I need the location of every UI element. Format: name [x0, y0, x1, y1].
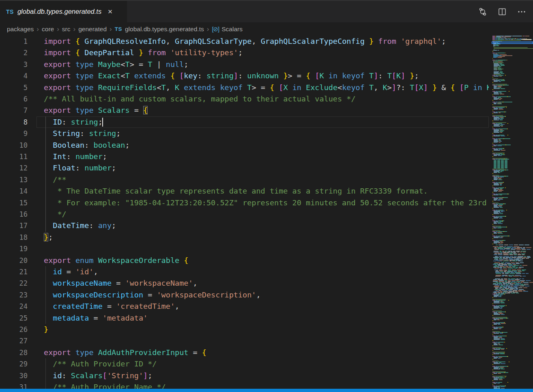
typescript-file-icon: TS: [115, 26, 122, 32]
code-line[interactable]: 15 * For example: "1985-04-12T23:20:50.5…: [0, 197, 489, 209]
code-line[interactable]: 21 id = 'id',: [0, 266, 489, 278]
editor[interactable]: 1import { GraphQLResolveInfo, GraphQLSca…: [0, 36, 533, 392]
split-editor-icon[interactable]: [497, 7, 507, 17]
code-line[interactable]: 29 /** Auth Provider ID */: [0, 358, 489, 370]
close-tab-icon[interactable]: ✕: [106, 7, 114, 16]
code-text: workspaceDescription = 'workspaceDescrip…: [44, 289, 489, 301]
code-line[interactable]: 5export type RequireFields<T, K extends …: [0, 82, 489, 93]
line-number: 28: [0, 347, 28, 358]
text-cursor: [102, 118, 103, 127]
code-text: import { DeepPartial } from 'utility-typ…: [44, 47, 489, 58]
line-number: 8: [0, 116, 28, 128]
line-number: 10: [0, 140, 28, 151]
code-text: [44, 335, 489, 347]
code-line[interactable]: 30 id: Scalars['String'];: [0, 370, 489, 381]
code-line[interactable]: 7export type Scalars = {: [0, 105, 489, 116]
line-number: 24: [0, 301, 28, 312]
code-text: createdTime = 'createdTime',: [44, 301, 489, 312]
typescript-file-icon: TS: [6, 9, 14, 15]
code-line[interactable]: 3export type Maybe<T> = T | null;: [0, 59, 489, 70]
line-number: 11: [0, 151, 28, 162]
line-number: 22: [0, 278, 28, 289]
code-line[interactable]: 8 ID: string;: [0, 116, 489, 128]
code-line[interactable]: 22 workspaceName = 'workspaceName',: [0, 278, 489, 289]
code-line[interactable]: 14 * The DateTime scalar type represents…: [0, 185, 489, 197]
code-text: export type Maybe<T> = T | null;: [44, 59, 489, 70]
line-number: 27: [0, 335, 28, 347]
code-line[interactable]: 26}: [0, 324, 489, 335]
code-text: export type AddAuthProviderInput = {: [44, 347, 489, 358]
code-line[interactable]: 17 DateTime: any;: [0, 220, 489, 231]
breadcrumb-item-packages[interactable]: packages: [7, 26, 34, 33]
line-number: 2: [0, 47, 28, 58]
code-line[interactable]: 27: [0, 335, 489, 347]
code-text: */: [44, 209, 489, 220]
line-number: 6: [0, 93, 28, 105]
code-text: String: string;: [44, 128, 489, 139]
chevron-right-icon: ›: [110, 26, 112, 32]
code-text: * For example: "1985-04-12T23:20:50.52Z"…: [44, 197, 489, 209]
code-line[interactable]: 23 workspaceDescription = 'workspaceDesc…: [0, 289, 489, 301]
more-actions-icon[interactable]: [517, 7, 527, 17]
code-line[interactable]: 16 */: [0, 209, 489, 220]
line-number: 19: [0, 243, 28, 254]
breadcrumb-item-generated[interactable]: generated: [78, 26, 107, 33]
code-text: export enum WorkspaceOrderable {: [44, 255, 489, 266]
code-line[interactable]: 11 Int: number;: [0, 151, 489, 162]
line-number: 23: [0, 289, 28, 301]
code-line[interactable]: 6/** All built-in and custom scalars, ma…: [0, 93, 489, 105]
line-number: 30: [0, 370, 28, 381]
code-text: ID: string;: [44, 116, 489, 128]
line-number: 26: [0, 324, 28, 335]
line-number: 15: [0, 197, 28, 209]
code-line[interactable]: 1import { GraphQLResolveInfo, GraphQLSca…: [0, 36, 489, 47]
code-text: /** Auth Provider ID */: [44, 358, 489, 370]
code-line[interactable]: 25 metadata = 'metadata': [0, 312, 489, 324]
code-text: id = 'id',: [44, 266, 489, 278]
line-number: 16: [0, 209, 28, 220]
code-line[interactable]: 18};: [0, 232, 489, 243]
line-number: 25: [0, 312, 28, 324]
breadcrumb-item-file[interactable]: global.db.types.generated.ts: [125, 26, 204, 33]
code-line[interactable]: 19: [0, 243, 489, 254]
code-text: /**: [44, 174, 489, 185]
code-text: Boolean: boolean;: [44, 140, 489, 151]
chevron-right-icon: ›: [73, 26, 76, 32]
line-number: 21: [0, 266, 28, 278]
open-changes-icon[interactable]: [478, 7, 488, 17]
code-line[interactable]: 28export type AddAuthProviderInput = {: [0, 347, 489, 358]
code-line[interactable]: 10 Boolean: boolean;: [0, 140, 489, 151]
breadcrumb-item-src[interactable]: src: [62, 26, 71, 33]
breadcrumb: packages›core›src›generated›TSglobal.db.…: [0, 22, 533, 36]
line-number: 7: [0, 105, 28, 116]
tab-global-db-types-generated-ts[interactable]: TS global.db.types.generated.ts ✕: [0, 1, 127, 22]
code-text: export type Exact<T extends { [key: stri…: [44, 70, 489, 82]
code-text: metadata = 'metadata': [44, 312, 489, 324]
code-line[interactable]: 20export enum WorkspaceOrderable {: [0, 255, 489, 266]
chevron-right-icon: ›: [57, 26, 59, 32]
code-text: /** All built-in and custom scalars, map…: [44, 93, 489, 105]
line-number: 29: [0, 358, 28, 370]
tab-title: global.db.types.generated.ts: [17, 8, 101, 15]
line-number: 17: [0, 220, 28, 231]
line-number: 13: [0, 174, 28, 185]
line-number: 20: [0, 255, 28, 266]
code-line[interactable]: 24 createdTime = 'createdTime',: [0, 301, 489, 312]
chevron-right-icon: ›: [207, 26, 209, 32]
code-line[interactable]: 9 String: string;: [0, 128, 489, 139]
breadcrumb-item-symbol[interactable]: Scalars: [221, 26, 243, 33]
code-line[interactable]: 12 Float: number;: [0, 162, 489, 174]
code-text: * The DateTime scalar type represents da…: [44, 185, 489, 197]
line-number: 1: [0, 36, 28, 47]
code-text: Int: number;: [44, 151, 489, 162]
vscode-window: TS global.db.types.generated.ts ✕: [0, 0, 533, 392]
code-line[interactable]: 4export type Exact<T extends { [key: str…: [0, 70, 489, 82]
breadcrumb-item-core[interactable]: core: [42, 26, 54, 33]
code-text: DateTime: any;: [44, 220, 489, 231]
symbol-type-icon: [⊘]: [212, 26, 219, 33]
line-number: 3: [0, 59, 28, 70]
minimap[interactable]: [492, 36, 533, 392]
code-line[interactable]: 2import { DeepPartial } from 'utility-ty…: [0, 47, 489, 58]
code-text: Float: number;: [44, 162, 489, 174]
code-line[interactable]: 13 /**: [0, 174, 489, 185]
